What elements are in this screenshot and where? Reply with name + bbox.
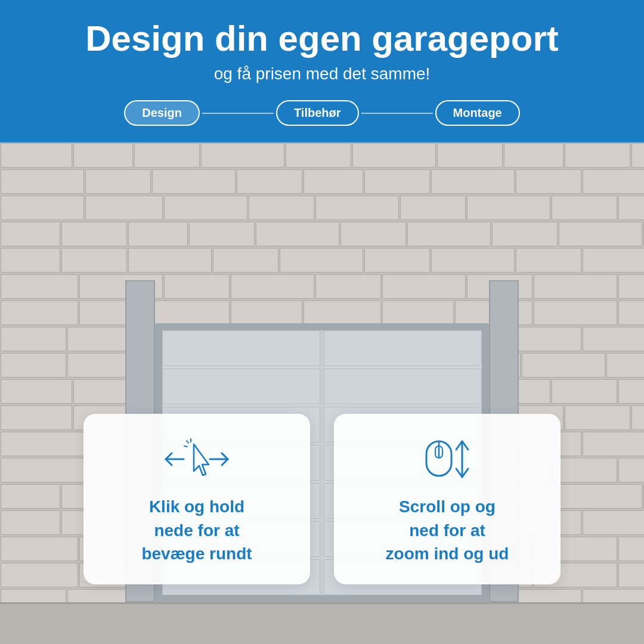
step-montage[interactable]: Montage (435, 100, 520, 126)
step-accessories[interactable]: Tilbehør (276, 100, 359, 126)
scroll-card: Scroll op og ned for at zoom ind og ud (334, 414, 561, 584)
drag-card: Klik og hold nede for at bevæge rundt (83, 414, 310, 584)
floor (0, 602, 644, 644)
drag-card-text: Klik og hold nede for at bevæge rundt (141, 495, 252, 565)
drag-icon (161, 435, 233, 483)
svg-line-3 (187, 441, 188, 443)
scroll-card-text: Scroll op og ned for at zoom ind og ud (386, 495, 509, 565)
page-subtitle: og få prisen med det samme! (214, 64, 431, 83)
step-line-1 (202, 113, 274, 114)
scroll-icon (417, 435, 477, 483)
page-container: Design din egen garageport og få prisen … (0, 0, 644, 644)
page-title: Design din egen garageport (85, 19, 558, 58)
step-design[interactable]: Design (124, 100, 200, 126)
step-line-2 (361, 113, 433, 114)
svg-line-4 (184, 446, 187, 447)
steps-nav: Design Tilbehør Montage (124, 100, 519, 126)
header: Design din egen garageport og få prisen … (0, 0, 644, 143)
info-cards: Klik og hold nede for at bevæge rundt (54, 414, 590, 584)
main-content: Klik og hold nede for at bevæge rundt (0, 143, 644, 644)
svg-marker-2 (194, 444, 209, 475)
